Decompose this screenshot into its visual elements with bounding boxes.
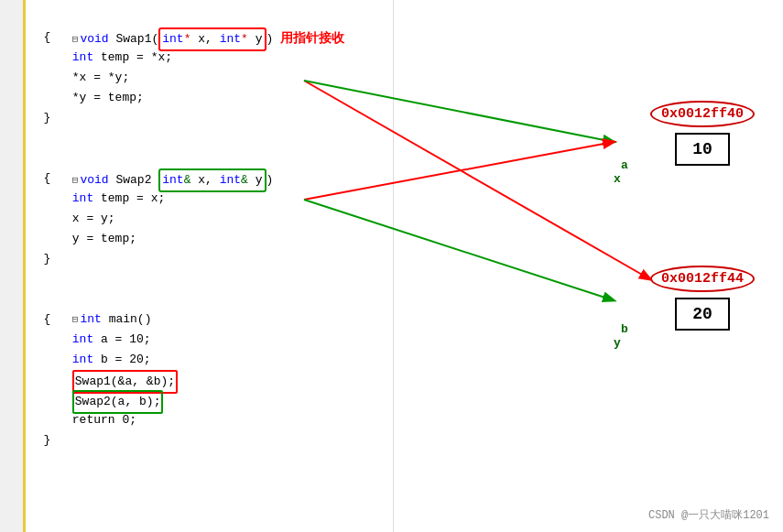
swap1-brace-close: }: [29, 108, 396, 128]
line-gutter: [0, 0, 26, 532]
addr-b-label: 0x0012ff44: [650, 266, 755, 292]
swap1-line2: *x = *y;: [29, 68, 396, 88]
swap2-line3: y = temp;: [29, 229, 396, 249]
swap1-header-line: ⊟void Swap1(int* x, int* y) 用指针接收: [29, 7, 396, 27]
right-panel: 0x0012ff40 10 a x 0x0012ff44 20 b y CSDN…: [394, 0, 783, 532]
swap2-header-line: ⊟void Swap2 int& x, int& y): [29, 148, 396, 168]
watermark: CSDN @一只大喵咪1201: [648, 507, 769, 523]
main-line3: Swap1(&a, &b);: [29, 370, 396, 390]
code-area: ⊟void Swap1(int* x, int* y) 用指针接收 { int …: [0, 0, 394, 532]
swap2-line2: x = y;: [29, 209, 396, 229]
main-brace-close: }: [29, 430, 396, 451]
swap1-line3: *y = temp;: [29, 88, 396, 108]
main-header-line: ⊟int main(): [29, 289, 396, 309]
label-y: y: [614, 336, 621, 350]
swap2-brace-close: }: [29, 249, 396, 269]
blank2: [29, 269, 396, 289]
main-line5: return 0;: [29, 410, 396, 430]
main-line1: int a = 10;: [29, 330, 396, 350]
label-a: a: [621, 158, 628, 172]
blank1: [29, 128, 396, 148]
code-content: ⊟void Swap1(int* x, int* y) 用指针接收 { int …: [29, 7, 396, 451]
memory-box-b: 0x0012ff44 20: [650, 266, 755, 331]
main-line2: int b = 20;: [29, 350, 396, 370]
label-b: b: [621, 322, 628, 336]
main-line4: Swap2(a, b);: [29, 390, 396, 410]
value-a-box: 10: [675, 133, 730, 166]
label-x: x: [614, 172, 621, 186]
memory-box-a: 0x0012ff40 10: [650, 101, 755, 166]
addr-a-label: 0x0012ff40: [650, 101, 755, 127]
value-b-box: 20: [675, 298, 730, 331]
